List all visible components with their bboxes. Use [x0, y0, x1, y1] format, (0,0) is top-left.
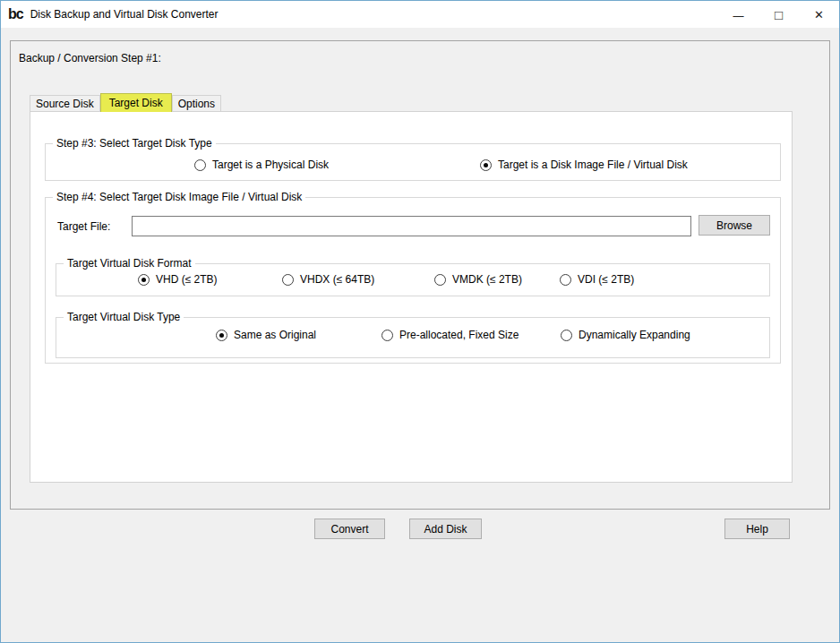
radio-target-disk-image-file-label: Target is a Disk Image File / Virtual Di…: [498, 159, 688, 171]
radio-type-preallocated[interactable]: Pre-allocated, Fixed Size: [381, 329, 519, 341]
close-icon: ✕: [814, 8, 824, 21]
target-disk-tab-panel: Step #3: Select Target Disk Type Target …: [30, 111, 793, 483]
convert-button[interactable]: Convert: [314, 519, 385, 539]
radio-target-physical-disk[interactable]: Target is a Physical Disk: [194, 159, 329, 171]
radio-type-preallocated-label: Pre-allocated, Fixed Size: [399, 329, 519, 341]
radio-type-dynamically-expanding[interactable]: Dynamically Expanding: [561, 329, 690, 341]
backup-conversion-group-label: Backup / Conversion Step #1:: [19, 52, 161, 64]
app-icon: bc: [8, 7, 23, 21]
tab-strip: Source Disk Target Disk Options: [30, 92, 221, 111]
browse-button-label: Browse: [716, 219, 752, 232]
add-disk-button-label: Add Disk: [424, 523, 467, 536]
browse-button[interactable]: Browse: [699, 215, 770, 236]
convert-button-label: Convert: [330, 523, 368, 536]
radio-format-vdi[interactable]: VDI (≤ 2TB): [560, 273, 634, 286]
tab-options-label: Options: [178, 98, 215, 110]
radio-icon: [138, 274, 150, 286]
tab-target-disk[interactable]: Target Disk: [100, 93, 172, 112]
radio-type-same-as-original[interactable]: Same as Original: [216, 329, 316, 341]
radio-format-vhdx-label: VHDX (≤ 64TB): [300, 273, 374, 286]
step3-group-label: Step #3: Select Target Disk Type: [53, 137, 216, 150]
tab-options[interactable]: Options: [172, 95, 221, 111]
radio-icon: [381, 330, 393, 341]
format-group-label: Target Virtual Disk Format: [64, 257, 195, 270]
radio-format-vmdk-label: VMDK (≤ 2TB): [452, 273, 522, 286]
radio-format-vhd[interactable]: VHD (≤ 2TB): [138, 273, 218, 286]
radio-type-same-as-original-label: Same as Original: [234, 329, 316, 341]
help-button[interactable]: Help: [724, 519, 790, 539]
radio-icon: [216, 330, 227, 341]
radio-icon: [282, 274, 294, 286]
tab-source-disk[interactable]: Source Disk: [30, 95, 100, 111]
radio-icon: [194, 159, 206, 171]
window-title: Disk Backup and Virtual Disk Converter: [30, 8, 219, 21]
app-window: bc Disk Backup and Virtual Disk Converte…: [0, 0, 840, 643]
step4-group-label: Step #4: Select Target Disk Image File /…: [53, 191, 305, 203]
radio-target-physical-disk-label: Target is a Physical Disk: [212, 159, 329, 171]
maximize-button[interactable]: □: [759, 1, 799, 28]
radio-icon: [561, 330, 572, 341]
title-bar: bc Disk Backup and Virtual Disk Converte…: [1, 1, 839, 28]
radio-icon: [480, 159, 492, 171]
window-controls: — □ ✕: [718, 1, 839, 28]
backup-conversion-group: Backup / Conversion Step #1: Source Disk…: [10, 40, 830, 510]
help-button-label: Help: [746, 523, 768, 536]
target-file-input[interactable]: [132, 216, 691, 236]
radio-format-vhdx[interactable]: VHDX (≤ 64TB): [282, 273, 374, 286]
radio-format-vmdk[interactable]: VMDK (≤ 2TB): [434, 273, 522, 286]
target-file-label: Target File:: [57, 220, 110, 233]
radio-icon: [560, 274, 571, 286]
add-disk-button[interactable]: Add Disk: [409, 519, 482, 539]
maximize-icon: □: [775, 7, 783, 22]
close-button[interactable]: ✕: [799, 1, 839, 28]
radio-type-dynamically-expanding-label: Dynamically Expanding: [579, 329, 690, 341]
minimize-button[interactable]: —: [718, 1, 759, 28]
radio-format-vhd-label: VHD (≤ 2TB): [156, 273, 218, 286]
radio-target-disk-image-file[interactable]: Target is a Disk Image File / Virtual Di…: [480, 159, 688, 171]
disk-type-group-label: Target Virtual Disk Type: [64, 311, 184, 323]
minimize-icon: —: [733, 10, 744, 22]
tab-source-disk-label: Source Disk: [36, 98, 94, 110]
radio-icon: [434, 274, 446, 286]
radio-format-vdi-label: VDI (≤ 2TB): [578, 273, 634, 286]
tab-target-disk-label: Target Disk: [109, 97, 163, 109]
